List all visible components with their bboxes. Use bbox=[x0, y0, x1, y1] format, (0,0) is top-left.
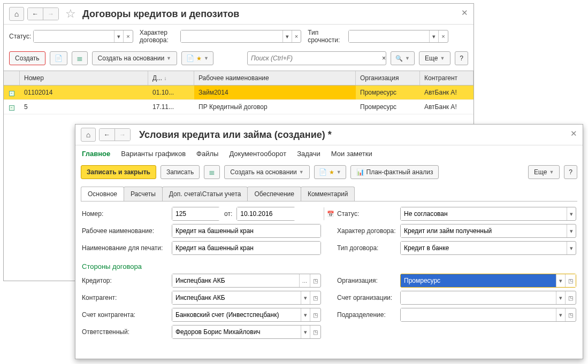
table-row[interactable]: - 01102014 01.10... Займ2014 Промресурс … bbox=[4, 86, 474, 100]
open-icon[interactable] bbox=[310, 291, 320, 304]
back-button[interactable] bbox=[100, 129, 115, 141]
org-account-field[interactable]: ▾ bbox=[400, 291, 576, 305]
subtab-main[interactable]: Основное bbox=[81, 187, 124, 201]
table-row[interactable]: - 5 17.11... ПР Кредитный договор Промре… bbox=[4, 100, 474, 114]
counterparty-label: Контрагент: bbox=[82, 294, 167, 301]
counterparty-field[interactable]: ▾ bbox=[172, 291, 321, 305]
open-icon[interactable] bbox=[310, 326, 320, 338]
subtab-accounts[interactable]: Доп. счета\Статьи учета bbox=[162, 187, 248, 201]
chevron-down-icon[interactable]: ▾ bbox=[301, 308, 310, 321]
create-based-on-button[interactable]: Создать на основании ▼ bbox=[224, 165, 309, 179]
chevron-down-icon[interactable]: ▾ bbox=[556, 291, 565, 304]
responsible-field[interactable]: ▾ bbox=[172, 325, 321, 339]
contract-type-label: Тип договора: bbox=[337, 244, 396, 252]
tab-docflow[interactable]: Документооборот bbox=[229, 150, 286, 158]
open-icon[interactable] bbox=[310, 274, 320, 287]
creditor-field[interactable] bbox=[172, 274, 321, 288]
chevron-down-icon[interactable]: ▾ bbox=[301, 291, 310, 304]
help-button[interactable]: ? bbox=[455, 51, 468, 65]
col-counterparty[interactable]: Контрагент bbox=[420, 71, 474, 85]
chevron-down-icon[interactable]: ▾ bbox=[567, 224, 576, 237]
date-field[interactable] bbox=[236, 207, 295, 221]
status-filter-input[interactable] bbox=[34, 30, 114, 42]
col-org[interactable]: Организация bbox=[356, 71, 420, 85]
home-button[interactable] bbox=[9, 7, 24, 21]
home-button[interactable] bbox=[81, 128, 96, 142]
organization-field[interactable]: ▾ bbox=[400, 274, 576, 288]
close-button[interactable]: ✕ bbox=[461, 8, 468, 18]
tab-files[interactable]: Файлы bbox=[196, 150, 218, 158]
col-date[interactable]: Д... ↓ bbox=[148, 71, 194, 85]
save-button[interactable]: Записать bbox=[161, 165, 200, 179]
creditor-label: Кредитор: bbox=[82, 277, 167, 284]
clear-icon[interactable]: × bbox=[438, 30, 447, 42]
reports-button[interactable]: ▼ bbox=[314, 165, 346, 179]
favorite-star-icon[interactable]: ☆ bbox=[65, 7, 76, 21]
contract-char-field[interactable]: ▾ bbox=[400, 224, 576, 238]
chevron-down-icon[interactable]: ▾ bbox=[429, 30, 438, 42]
status-filter[interactable]: ▾× bbox=[33, 30, 133, 43]
more-menu-button[interactable]: Еще ▼ bbox=[528, 165, 560, 179]
col-number[interactable]: Номер bbox=[20, 71, 148, 85]
department-field[interactable]: ▾ bbox=[400, 308, 576, 322]
search-input[interactable]: × bbox=[247, 51, 386, 65]
clear-search-icon[interactable]: × bbox=[382, 55, 386, 62]
calendar-icon[interactable] bbox=[324, 207, 337, 220]
window-title: Условия кредита или займа (создание) * bbox=[139, 129, 332, 141]
col-workname[interactable]: Рабочее наименование bbox=[194, 71, 356, 85]
chevron-down-icon[interactable]: ▾ bbox=[301, 326, 310, 338]
subtab-comment[interactable]: Комментарий bbox=[301, 187, 355, 201]
counterparty-account-field[interactable]: ▾ bbox=[172, 308, 321, 322]
back-button[interactable] bbox=[28, 8, 43, 20]
contract-char-label: Характер договора: bbox=[337, 227, 396, 235]
chevron-down-icon[interactable]: ▾ bbox=[567, 207, 576, 220]
plan-fact-button[interactable]: План-фактный анализ bbox=[350, 165, 439, 179]
open-icon[interactable] bbox=[565, 308, 576, 321]
chevron-down-icon[interactable]: ▾ bbox=[567, 242, 576, 254]
search-field[interactable] bbox=[248, 55, 382, 62]
urgency-filter[interactable]: ▾× bbox=[348, 30, 448, 43]
status-field[interactable]: ▾ bbox=[400, 207, 576, 221]
chevron-down-icon[interactable]: ▾ bbox=[556, 274, 565, 287]
urgency-filter-label: Тип срочности: bbox=[308, 29, 346, 44]
more-menu-button[interactable]: Еще ▼ bbox=[419, 51, 450, 65]
reports-button[interactable]: ▼ bbox=[181, 51, 213, 65]
workname-field[interactable] bbox=[172, 224, 321, 238]
close-button[interactable]: ✕ bbox=[570, 129, 577, 138]
tab-notes[interactable]: Мои заметки bbox=[331, 150, 372, 158]
forward-button[interactable] bbox=[43, 8, 58, 20]
help-button[interactable]: ? bbox=[564, 165, 577, 179]
open-icon[interactable] bbox=[565, 291, 576, 304]
list-settings-button[interactable] bbox=[72, 51, 88, 65]
tab-main[interactable]: Главное bbox=[82, 150, 110, 158]
open-icon[interactable] bbox=[310, 308, 320, 321]
chevron-down-icon[interactable]: ▾ bbox=[114, 30, 123, 42]
open-icon[interactable] bbox=[565, 274, 576, 287]
find-button[interactable]: ▼ bbox=[391, 51, 415, 65]
number-field[interactable] bbox=[172, 207, 220, 221]
list-icon bbox=[209, 168, 215, 176]
clear-icon[interactable]: × bbox=[292, 30, 301, 42]
contract-type-field[interactable]: ▾ bbox=[400, 241, 576, 255]
star-icon bbox=[329, 168, 334, 176]
tab-tasks[interactable]: Задачи bbox=[297, 150, 320, 158]
select-icon[interactable] bbox=[299, 274, 310, 287]
copy-button[interactable] bbox=[50, 51, 67, 65]
create-based-on-button[interactable]: Создать на основании ▼ bbox=[92, 51, 177, 65]
contract-type-filter[interactable]: ▾× bbox=[180, 30, 301, 43]
forward-button[interactable] bbox=[115, 129, 130, 141]
save-and-close-button[interactable]: Записать и закрыть bbox=[81, 165, 156, 179]
subtab-security[interactable]: Обеспечение bbox=[247, 187, 301, 201]
printname-field[interactable] bbox=[172, 241, 321, 255]
urgency-input[interactable] bbox=[349, 30, 429, 42]
contract-type-input[interactable] bbox=[181, 30, 282, 42]
chevron-down-icon[interactable]: ▾ bbox=[282, 30, 292, 42]
cell-workname: ПР Кредитный договор bbox=[194, 100, 356, 114]
department-label: Подразделение: bbox=[337, 311, 396, 319]
subtab-calc[interactable]: Расчеты bbox=[124, 187, 163, 201]
tab-variants[interactable]: Варианты графиков bbox=[121, 150, 186, 158]
list-settings-button[interactable] bbox=[204, 165, 220, 179]
chevron-down-icon[interactable]: ▾ bbox=[556, 308, 565, 321]
clear-icon[interactable]: × bbox=[123, 30, 132, 42]
create-button[interactable]: Создать bbox=[9, 51, 45, 65]
